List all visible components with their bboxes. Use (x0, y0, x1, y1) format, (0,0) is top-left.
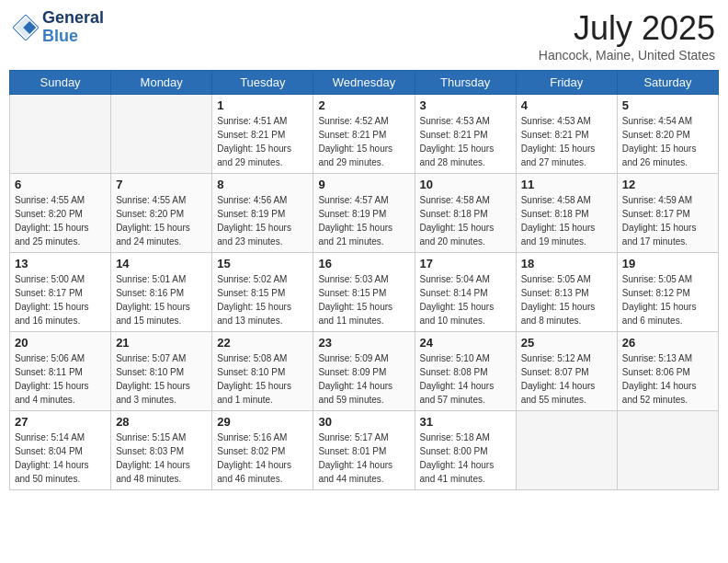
day-info: Sunrise: 5:05 AM Sunset: 8:12 PM Dayligh… (622, 272, 713, 327)
calendar-cell: 27Sunrise: 5:14 AM Sunset: 8:04 PM Dayli… (10, 411, 111, 490)
day-number: 7 (116, 178, 207, 191)
title-block: July 2025 Hancock, Maine, United States (539, 9, 715, 63)
calendar-cell: 31Sunrise: 5:18 AM Sunset: 8:00 PM Dayli… (415, 411, 516, 490)
day-info: Sunrise: 5:13 AM Sunset: 8:06 PM Dayligh… (622, 351, 713, 407)
calendar-cell: 22Sunrise: 5:08 AM Sunset: 8:10 PM Dayli… (212, 332, 313, 411)
calendar-cell: 2Sunrise: 4:52 AM Sunset: 8:21 PM Daylig… (313, 95, 415, 174)
day-number: 24 (420, 336, 511, 350)
calendar-cell: 8Sunrise: 4:56 AM Sunset: 8:19 PM Daylig… (212, 174, 313, 253)
day-info: Sunrise: 4:58 AM Sunset: 8:18 PM Dayligh… (521, 193, 612, 248)
calendar-cell: 29Sunrise: 5:16 AM Sunset: 8:02 PM Dayli… (212, 411, 313, 490)
day-number: 4 (521, 98, 612, 112)
day-number: 15 (217, 257, 308, 270)
calendar-cell (516, 411, 617, 490)
day-number: 13 (15, 257, 106, 270)
day-number: 12 (622, 178, 713, 191)
logo-text: General Blue (42, 9, 104, 46)
day-number: 1 (217, 98, 308, 112)
calendar-cell (111, 95, 212, 174)
day-number: 17 (420, 257, 511, 270)
calendar-week-3: 13Sunrise: 5:00 AM Sunset: 8:17 PM Dayli… (10, 253, 719, 332)
day-number: 21 (116, 336, 207, 350)
day-info: Sunrise: 4:58 AM Sunset: 8:18 PM Dayligh… (420, 193, 511, 248)
weekday-header-wednesday: Wednesday (313, 71, 415, 95)
day-number: 25 (521, 336, 612, 350)
day-number: 23 (318, 336, 409, 350)
day-number: 27 (15, 415, 106, 429)
day-number: 9 (318, 178, 409, 191)
day-number: 8 (217, 178, 308, 191)
day-info: Sunrise: 5:08 AM Sunset: 8:10 PM Dayligh… (217, 351, 308, 407)
day-info: Sunrise: 5:00 AM Sunset: 8:17 PM Dayligh… (15, 272, 106, 327)
day-number: 28 (116, 415, 207, 429)
day-info: Sunrise: 5:14 AM Sunset: 8:04 PM Dayligh… (15, 431, 106, 486)
day-info: Sunrise: 5:07 AM Sunset: 8:10 PM Dayligh… (116, 351, 207, 407)
day-info: Sunrise: 5:02 AM Sunset: 8:15 PM Dayligh… (217, 272, 308, 327)
day-number: 31 (420, 415, 511, 429)
calendar-cell: 16Sunrise: 5:03 AM Sunset: 8:15 PM Dayli… (313, 253, 415, 332)
day-info: Sunrise: 5:01 AM Sunset: 8:16 PM Dayligh… (116, 272, 207, 327)
day-info: Sunrise: 5:10 AM Sunset: 8:08 PM Dayligh… (420, 351, 511, 407)
calendar-cell: 25Sunrise: 5:12 AM Sunset: 8:07 PM Dayli… (516, 332, 617, 411)
calendar-cell: 24Sunrise: 5:10 AM Sunset: 8:08 PM Dayli… (415, 332, 516, 411)
logo: General Blue (13, 9, 104, 46)
day-number: 22 (217, 336, 308, 350)
calendar-cell: 4Sunrise: 4:53 AM Sunset: 8:21 PM Daylig… (516, 95, 617, 174)
day-info: Sunrise: 4:53 AM Sunset: 8:21 PM Dayligh… (420, 114, 511, 169)
day-info: Sunrise: 4:59 AM Sunset: 8:17 PM Dayligh… (622, 193, 713, 248)
calendar-cell: 9Sunrise: 4:57 AM Sunset: 8:19 PM Daylig… (313, 174, 415, 253)
day-number: 6 (15, 178, 106, 191)
calendar-cell: 17Sunrise: 5:04 AM Sunset: 8:14 PM Dayli… (415, 253, 516, 332)
day-number: 18 (521, 257, 612, 270)
day-number: 19 (622, 257, 713, 270)
day-info: Sunrise: 4:56 AM Sunset: 8:19 PM Dayligh… (217, 193, 308, 248)
day-number: 29 (217, 415, 308, 429)
weekday-header-tuesday: Tuesday (212, 71, 313, 95)
weekday-header-friday: Friday (516, 71, 617, 95)
calendar-cell: 20Sunrise: 5:06 AM Sunset: 8:11 PM Dayli… (10, 332, 111, 411)
calendar-cell: 18Sunrise: 5:05 AM Sunset: 8:13 PM Dayli… (516, 253, 617, 332)
day-info: Sunrise: 5:05 AM Sunset: 8:13 PM Dayligh… (521, 272, 612, 327)
calendar-cell: 21Sunrise: 5:07 AM Sunset: 8:10 PM Dayli… (111, 332, 212, 411)
day-info: Sunrise: 4:51 AM Sunset: 8:21 PM Dayligh… (217, 114, 308, 169)
day-info: Sunrise: 4:52 AM Sunset: 8:21 PM Dayligh… (318, 114, 409, 169)
calendar-cell: 12Sunrise: 4:59 AM Sunset: 8:17 PM Dayli… (617, 174, 718, 253)
weekday-header-thursday: Thursday (415, 71, 516, 95)
day-info: Sunrise: 4:57 AM Sunset: 8:19 PM Dayligh… (318, 193, 409, 248)
calendar-cell: 6Sunrise: 4:55 AM Sunset: 8:20 PM Daylig… (10, 174, 111, 253)
calendar-cell: 10Sunrise: 4:58 AM Sunset: 8:18 PM Dayli… (415, 174, 516, 253)
day-info: Sunrise: 5:03 AM Sunset: 8:15 PM Dayligh… (318, 272, 409, 327)
day-number: 11 (521, 178, 612, 191)
calendar-cell: 23Sunrise: 5:09 AM Sunset: 8:09 PM Dayli… (313, 332, 415, 411)
day-info: Sunrise: 5:15 AM Sunset: 8:03 PM Dayligh… (116, 431, 207, 486)
day-number: 2 (318, 98, 409, 112)
calendar-cell: 15Sunrise: 5:02 AM Sunset: 8:15 PM Dayli… (212, 253, 313, 332)
calendar: SundayMondayTuesdayWednesdayThursdayFrid… (9, 70, 719, 490)
day-number: 16 (318, 257, 409, 270)
calendar-cell: 19Sunrise: 5:05 AM Sunset: 8:12 PM Dayli… (617, 253, 718, 332)
day-info: Sunrise: 5:04 AM Sunset: 8:14 PM Dayligh… (420, 272, 511, 327)
day-info: Sunrise: 4:55 AM Sunset: 8:20 PM Dayligh… (116, 193, 207, 248)
calendar-week-4: 20Sunrise: 5:06 AM Sunset: 8:11 PM Dayli… (10, 332, 719, 411)
weekday-header-saturday: Saturday (617, 71, 718, 95)
calendar-cell: 3Sunrise: 4:53 AM Sunset: 8:21 PM Daylig… (415, 95, 516, 174)
weekday-header-monday: Monday (111, 71, 212, 95)
calendar-cell: 5Sunrise: 4:54 AM Sunset: 8:20 PM Daylig… (617, 95, 718, 174)
day-number: 30 (318, 415, 409, 429)
calendar-cell: 11Sunrise: 4:58 AM Sunset: 8:18 PM Dayli… (516, 174, 617, 253)
calendar-week-1: 1Sunrise: 4:51 AM Sunset: 8:21 PM Daylig… (10, 95, 719, 174)
day-info: Sunrise: 5:06 AM Sunset: 8:11 PM Dayligh… (15, 351, 106, 407)
day-number: 26 (622, 336, 713, 350)
day-number: 20 (15, 336, 106, 350)
calendar-cell: 14Sunrise: 5:01 AM Sunset: 8:16 PM Dayli… (111, 253, 212, 332)
month-year: July 2025 (539, 9, 715, 48)
logo-icon (13, 15, 39, 40)
day-info: Sunrise: 5:18 AM Sunset: 8:00 PM Dayligh… (420, 431, 511, 486)
calendar-week-2: 6Sunrise: 4:55 AM Sunset: 8:20 PM Daylig… (10, 174, 719, 253)
page-header: General Blue July 2025 Hancock, Maine, U… (9, 9, 719, 63)
calendar-cell: 13Sunrise: 5:00 AM Sunset: 8:17 PM Dayli… (10, 253, 111, 332)
location: Hancock, Maine, United States (539, 48, 715, 63)
calendar-cell: 1Sunrise: 4:51 AM Sunset: 8:21 PM Daylig… (212, 95, 313, 174)
day-info: Sunrise: 5:09 AM Sunset: 8:09 PM Dayligh… (318, 351, 409, 407)
calendar-cell: 28Sunrise: 5:15 AM Sunset: 8:03 PM Dayli… (111, 411, 212, 490)
